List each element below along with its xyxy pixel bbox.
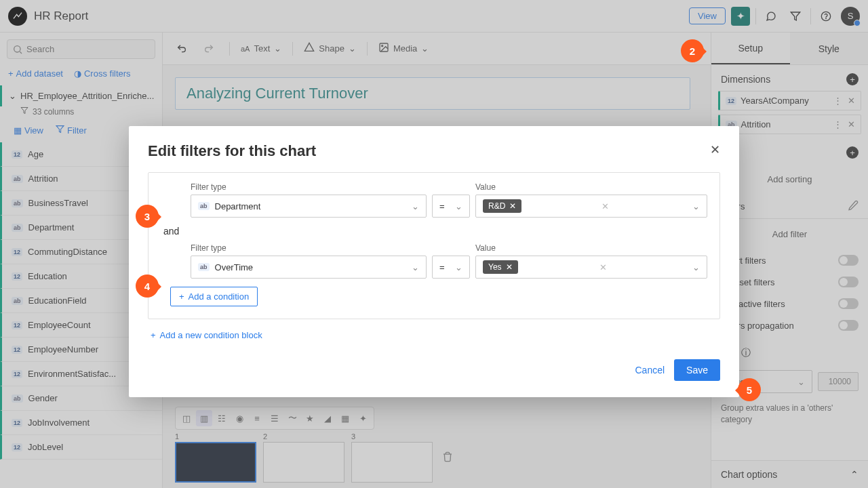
filter-value-input-2[interactable]: Yes✕ ✕ ⌄ <box>475 256 707 279</box>
chevron-down-icon: ⌄ <box>692 201 700 211</box>
plus-icon: + <box>151 330 156 340</box>
chevron-down-icon: ⌄ <box>412 262 419 272</box>
callout-4: 4 <box>136 274 159 298</box>
plus-icon: + <box>179 291 184 302</box>
close-icon[interactable]: ✕ <box>710 142 720 157</box>
remove-tag-icon[interactable]: ✕ <box>509 201 516 211</box>
add-condition-button[interactable]: +Add a condition <box>170 287 258 306</box>
filter-value-tag: Yes✕ <box>483 260 518 274</box>
chevron-down-icon: ⌄ <box>455 201 462 211</box>
clear-icon[interactable]: ✕ <box>599 262 607 272</box>
and-connector: and <box>163 226 707 237</box>
filter-field-dropdown-2[interactable]: ab OverTime ⌄ <box>191 256 427 279</box>
edit-filters-modal: Edit filters for this chart ✕ Filter typ… <box>129 126 739 397</box>
callout-2: 2 <box>681 39 704 62</box>
remove-tag-icon[interactable]: ✕ <box>506 262 513 272</box>
filter-condition-block: Filter type ab Department ⌄ =⌄ Value R&D… <box>148 172 720 319</box>
cancel-button[interactable]: Cancel <box>635 365 665 375</box>
save-button[interactable]: Save <box>674 359 720 381</box>
chevron-down-icon: ⌄ <box>692 262 700 272</box>
filter-value-input-1[interactable]: R&D✕ ✕ ⌄ <box>475 195 707 218</box>
type-badge-text: ab <box>198 202 210 210</box>
callout-3: 3 <box>136 205 159 228</box>
callout-5: 5 <box>738 378 761 401</box>
add-condition-block-button[interactable]: +Add a new condition block <box>151 330 262 340</box>
clear-icon[interactable]: ✕ <box>601 201 609 211</box>
filter-value-tag: R&D✕ <box>483 199 521 213</box>
filter-field-dropdown-1[interactable]: ab Department ⌄ <box>191 195 427 218</box>
chevron-down-icon: ⌄ <box>455 262 462 272</box>
type-badge-text: ab <box>198 263 210 271</box>
filter-operator-dropdown-1[interactable]: =⌄ <box>432 195 470 218</box>
filter-operator-dropdown-2[interactable]: =⌄ <box>432 256 470 279</box>
chevron-down-icon: ⌄ <box>412 201 419 211</box>
modal-title: Edit filters for this chart <box>148 142 316 160</box>
